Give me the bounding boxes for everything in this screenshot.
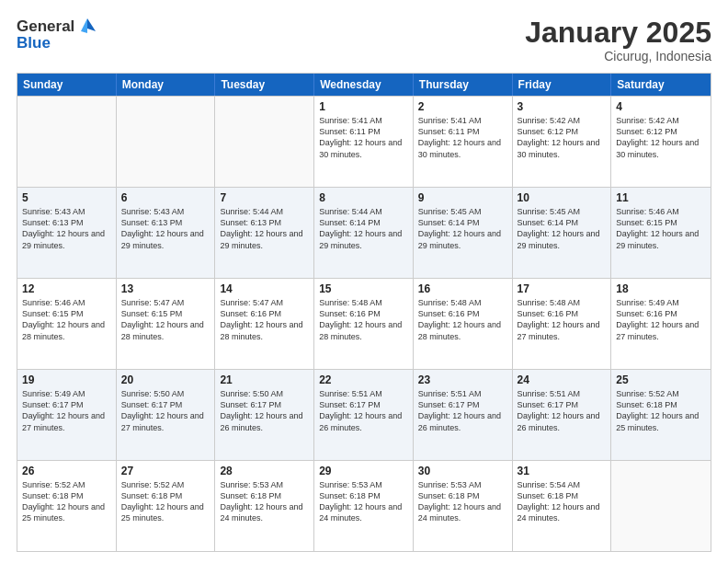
day-info: Sunrise: 5:46 AM Sunset: 6:15 PM Dayligh… bbox=[616, 206, 706, 251]
day-info: Sunrise: 5:48 AM Sunset: 6:16 PM Dayligh… bbox=[319, 297, 408, 342]
day-info: Sunrise: 5:47 AM Sunset: 6:16 PM Dayligh… bbox=[220, 297, 309, 342]
day-cell-12: 12Sunrise: 5:46 AM Sunset: 6:15 PM Dayli… bbox=[17, 279, 117, 369]
svg-marker-0 bbox=[87, 18, 96, 31]
day-cell-5: 5Sunrise: 5:43 AM Sunset: 6:13 PM Daylig… bbox=[17, 188, 117, 278]
location: Cicurug, Indonesia bbox=[525, 49, 711, 63]
day-info: Sunrise: 5:48 AM Sunset: 6:16 PM Dayligh… bbox=[418, 297, 507, 342]
day-number: 9 bbox=[418, 191, 507, 204]
empty-cell-0-1 bbox=[117, 97, 216, 187]
day-number: 8 bbox=[319, 191, 408, 204]
day-number: 16 bbox=[418, 282, 507, 295]
day-info: Sunrise: 5:45 AM Sunset: 6:14 PM Dayligh… bbox=[518, 206, 607, 251]
day-number: 17 bbox=[518, 282, 607, 295]
day-info: Sunrise: 5:43 AM Sunset: 6:13 PM Dayligh… bbox=[121, 206, 210, 251]
header-right: January 2025 Cicurug, Indonesia bbox=[525, 17, 711, 63]
day-info: Sunrise: 5:41 AM Sunset: 6:11 PM Dayligh… bbox=[319, 115, 408, 160]
day-number: 18 bbox=[616, 282, 706, 295]
day-info: Sunrise: 5:53 AM Sunset: 6:18 PM Dayligh… bbox=[418, 479, 507, 524]
day-info: Sunrise: 5:54 AM Sunset: 6:18 PM Dayligh… bbox=[518, 479, 607, 524]
day-cell-14: 14Sunrise: 5:47 AM Sunset: 6:16 PM Dayli… bbox=[215, 279, 314, 369]
calendar-row-1: 5Sunrise: 5:43 AM Sunset: 6:13 PM Daylig… bbox=[17, 187, 711, 278]
day-cell-31: 31Sunrise: 5:54 AM Sunset: 6:18 PM Dayli… bbox=[513, 461, 612, 551]
day-info: Sunrise: 5:52 AM Sunset: 6:18 PM Dayligh… bbox=[616, 388, 706, 433]
calendar-row-2: 12Sunrise: 5:46 AM Sunset: 6:15 PM Dayli… bbox=[17, 278, 711, 369]
day-cell-29: 29Sunrise: 5:53 AM Sunset: 6:18 PM Dayli… bbox=[314, 461, 414, 551]
day-cell-27: 27Sunrise: 5:52 AM Sunset: 6:18 PM Dayli… bbox=[117, 461, 216, 551]
day-number: 21 bbox=[220, 373, 309, 386]
day-cell-22: 22Sunrise: 5:51 AM Sunset: 6:17 PM Dayli… bbox=[314, 370, 414, 460]
day-number: 25 bbox=[616, 373, 706, 386]
day-number: 7 bbox=[220, 191, 309, 204]
day-cell-21: 21Sunrise: 5:50 AM Sunset: 6:17 PM Dayli… bbox=[215, 370, 314, 460]
day-cell-7: 7Sunrise: 5:44 AM Sunset: 6:13 PM Daylig… bbox=[215, 188, 314, 278]
calendar-row-0: 1Sunrise: 5:41 AM Sunset: 6:11 PM Daylig… bbox=[17, 96, 711, 187]
day-cell-26: 26Sunrise: 5:52 AM Sunset: 6:18 PM Dayli… bbox=[17, 461, 117, 551]
day-info: Sunrise: 5:47 AM Sunset: 6:15 PM Dayligh… bbox=[121, 297, 210, 342]
day-number: 11 bbox=[616, 191, 706, 204]
day-number: 24 bbox=[518, 373, 607, 386]
day-info: Sunrise: 5:49 AM Sunset: 6:16 PM Dayligh… bbox=[616, 297, 706, 342]
day-cell-23: 23Sunrise: 5:51 AM Sunset: 6:17 PM Dayli… bbox=[414, 370, 513, 460]
day-info: Sunrise: 5:44 AM Sunset: 6:14 PM Dayligh… bbox=[319, 206, 408, 251]
day-info: Sunrise: 5:51 AM Sunset: 6:17 PM Dayligh… bbox=[319, 388, 408, 433]
day-number: 30 bbox=[418, 465, 507, 477]
day-cell-6: 6Sunrise: 5:43 AM Sunset: 6:13 PM Daylig… bbox=[117, 188, 216, 278]
day-info: Sunrise: 5:50 AM Sunset: 6:17 PM Dayligh… bbox=[121, 388, 210, 433]
weekday-header-tuesday: Tuesday bbox=[215, 74, 314, 96]
day-info: Sunrise: 5:45 AM Sunset: 6:14 PM Dayligh… bbox=[418, 206, 507, 251]
day-cell-3: 3Sunrise: 5:42 AM Sunset: 6:12 PM Daylig… bbox=[513, 97, 612, 187]
day-cell-30: 30Sunrise: 5:53 AM Sunset: 6:18 PM Dayli… bbox=[414, 461, 513, 551]
day-info: Sunrise: 5:44 AM Sunset: 6:13 PM Dayligh… bbox=[220, 206, 309, 251]
day-number: 20 bbox=[121, 373, 210, 386]
weekday-header-friday: Friday bbox=[513, 74, 612, 96]
day-info: Sunrise: 5:53 AM Sunset: 6:18 PM Dayligh… bbox=[220, 479, 309, 524]
day-cell-11: 11Sunrise: 5:46 AM Sunset: 6:15 PM Dayli… bbox=[611, 188, 711, 278]
calendar-header: SundayMondayTuesdayWednesdayThursdayFrid… bbox=[17, 74, 711, 96]
logo: General Blue bbox=[17, 17, 97, 52]
day-info: Sunrise: 5:41 AM Sunset: 6:11 PM Dayligh… bbox=[418, 115, 507, 160]
day-cell-17: 17Sunrise: 5:48 AM Sunset: 6:16 PM Dayli… bbox=[513, 279, 612, 369]
day-info: Sunrise: 5:51 AM Sunset: 6:17 PM Dayligh… bbox=[518, 388, 607, 433]
logo-general: General bbox=[17, 18, 74, 36]
weekday-header-sunday: Sunday bbox=[17, 74, 117, 96]
empty-cell-4-6 bbox=[611, 461, 711, 551]
day-number: 13 bbox=[121, 282, 210, 295]
page: General Blue January 2025 Cicurug, Indon… bbox=[0, 0, 728, 563]
day-number: 31 bbox=[518, 465, 607, 477]
day-cell-10: 10Sunrise: 5:45 AM Sunset: 6:14 PM Dayli… bbox=[513, 188, 612, 278]
day-info: Sunrise: 5:42 AM Sunset: 6:12 PM Dayligh… bbox=[518, 115, 607, 160]
logo-blue: Blue bbox=[17, 35, 51, 52]
day-cell-1: 1Sunrise: 5:41 AM Sunset: 6:11 PM Daylig… bbox=[314, 97, 414, 187]
day-number: 26 bbox=[22, 465, 111, 477]
day-number: 22 bbox=[319, 373, 408, 386]
day-number: 4 bbox=[616, 100, 706, 113]
day-info: Sunrise: 5:49 AM Sunset: 6:17 PM Dayligh… bbox=[22, 388, 111, 433]
weekday-header-thursday: Thursday bbox=[414, 74, 513, 96]
logo-icon bbox=[77, 17, 97, 37]
day-cell-4: 4Sunrise: 5:42 AM Sunset: 6:12 PM Daylig… bbox=[611, 97, 711, 187]
day-info: Sunrise: 5:52 AM Sunset: 6:18 PM Dayligh… bbox=[121, 479, 210, 524]
day-info: Sunrise: 5:46 AM Sunset: 6:15 PM Dayligh… bbox=[22, 297, 111, 342]
day-number: 19 bbox=[22, 373, 111, 386]
day-info: Sunrise: 5:51 AM Sunset: 6:17 PM Dayligh… bbox=[418, 388, 507, 433]
day-number: 14 bbox=[220, 282, 309, 295]
day-number: 27 bbox=[121, 465, 210, 477]
day-cell-28: 28Sunrise: 5:53 AM Sunset: 6:18 PM Dayli… bbox=[215, 461, 314, 551]
day-cell-19: 19Sunrise: 5:49 AM Sunset: 6:17 PM Dayli… bbox=[17, 370, 117, 460]
day-info: Sunrise: 5:48 AM Sunset: 6:16 PM Dayligh… bbox=[518, 297, 607, 342]
day-number: 12 bbox=[22, 282, 111, 295]
day-number: 1 bbox=[319, 100, 408, 113]
day-info: Sunrise: 5:53 AM Sunset: 6:18 PM Dayligh… bbox=[319, 479, 408, 524]
day-cell-15: 15Sunrise: 5:48 AM Sunset: 6:16 PM Dayli… bbox=[314, 279, 414, 369]
month-title: January 2025 bbox=[525, 17, 711, 49]
empty-cell-0-0 bbox=[17, 97, 117, 187]
day-number: 5 bbox=[22, 191, 111, 204]
day-cell-13: 13Sunrise: 5:47 AM Sunset: 6:15 PM Dayli… bbox=[117, 279, 216, 369]
day-cell-8: 8Sunrise: 5:44 AM Sunset: 6:14 PM Daylig… bbox=[314, 188, 414, 278]
day-cell-9: 9Sunrise: 5:45 AM Sunset: 6:14 PM Daylig… bbox=[414, 188, 513, 278]
day-info: Sunrise: 5:42 AM Sunset: 6:12 PM Dayligh… bbox=[616, 115, 706, 160]
day-info: Sunrise: 5:50 AM Sunset: 6:17 PM Dayligh… bbox=[220, 388, 309, 433]
day-number: 6 bbox=[121, 191, 210, 204]
day-cell-18: 18Sunrise: 5:49 AM Sunset: 6:16 PM Dayli… bbox=[611, 279, 711, 369]
day-cell-24: 24Sunrise: 5:51 AM Sunset: 6:17 PM Dayli… bbox=[513, 370, 612, 460]
